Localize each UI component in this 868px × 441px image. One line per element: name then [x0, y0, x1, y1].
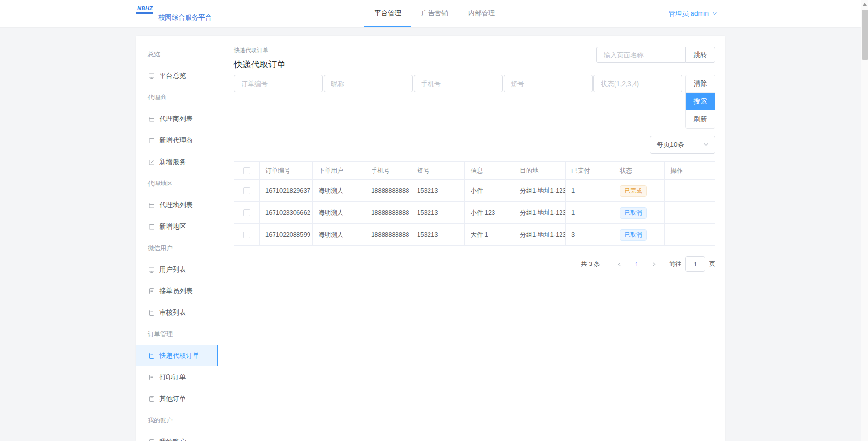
cell-info: 小件: [465, 180, 514, 202]
sidebar-item-agent-list[interactable]: 代理商列表: [136, 108, 218, 130]
sidebar-item-label: 代理地列表: [159, 201, 193, 209]
row-checkbox[interactable]: [243, 232, 250, 238]
user-dropdown[interactable]: 管理员 admin: [669, 0, 717, 27]
cell-paid: 1: [566, 202, 614, 224]
cell-paid: 3: [566, 224, 614, 246]
sidebar-item-add-region[interactable]: 新增地区: [136, 216, 218, 237]
next-page-icon[interactable]: [645, 262, 662, 267]
doc-icon: [148, 439, 155, 441]
tab-platform-management[interactable]: 平台管理: [364, 0, 411, 27]
sidebar-item-user-list[interactable]: 用户列表: [136, 259, 218, 280]
sidebar-item-label: 其他订单: [159, 395, 186, 403]
list-icon: [148, 116, 155, 122]
window-scrollbar[interactable]: [861, 0, 868, 441]
select-all-checkbox[interactable]: [243, 167, 250, 174]
sidebar-group-overview: 总览: [136, 44, 218, 65]
row-checkbox[interactable]: [243, 209, 250, 216]
cell-paid: 1: [566, 180, 614, 202]
cell-phone: 18888888888: [365, 224, 411, 246]
sidebar-item-print-orders[interactable]: 打印订单: [136, 366, 218, 388]
sidebar-group-order-management: 订单管理: [136, 323, 218, 345]
cell-destination: 分组1-地址1-123: [514, 202, 566, 224]
main-card: 总览 平台总览 代理商 代理商列表 新增代理商 新增服务 代理地区 代理地列表 …: [136, 36, 725, 441]
col-info: 信息: [465, 162, 514, 180]
scrollbar-thumb[interactable]: [862, 10, 868, 60]
col-destination: 目的地: [514, 162, 566, 180]
cell-destination: 分组1-地址1-123: [514, 180, 566, 202]
page-number-1[interactable]: 1: [628, 261, 645, 268]
sidebar-item-label: 接单员列表: [159, 287, 193, 296]
sidebar-group-agent-region: 代理地区: [136, 173, 218, 194]
top-nav-tabs: 平台管理 广告营销 内部管理: [364, 0, 505, 27]
filter-nickname-input[interactable]: [324, 75, 413, 92]
chevron-down-icon: [712, 11, 717, 16]
table-row: 1671023306662 海明溯人 18888888888 153213 小件…: [234, 202, 715, 224]
clear-button[interactable]: 清除: [686, 75, 715, 93]
sidebar-group-wechat-users: 微信用户: [136, 237, 218, 259]
filter-status-input[interactable]: [593, 75, 682, 92]
col-short-no: 短号: [411, 162, 465, 180]
table-row: 1671021829637 海明溯人 18888888888 153213 小件…: [234, 180, 715, 202]
cell-order-no: 1671021829637: [260, 180, 313, 202]
page-size-value: 每页10条: [657, 141, 684, 149]
sidebar-item-express-pickup-orders[interactable]: 快递代取订单: [136, 345, 218, 366]
doc-icon: [148, 374, 155, 381]
sidebar-item-region-list[interactable]: 代理地列表: [136, 194, 218, 216]
user-name: 管理员 admin: [669, 10, 709, 18]
col-paid: 已支付: [566, 162, 614, 180]
filter-phone-input[interactable]: [414, 75, 503, 92]
sidebar: 总览 平台总览 代理商 代理商列表 新增代理商 新增服务 代理地区 代理地列表 …: [136, 36, 218, 441]
cell-actions: [665, 224, 715, 246]
cell-user: 海明溯人: [313, 180, 365, 202]
filter-short-no-input[interactable]: [504, 75, 593, 92]
table-header-row: 订单编号 下单用户 手机号 短号 信息 目的地 已支付 状态 操作: [234, 162, 715, 180]
cell-phone: 18888888888: [365, 180, 411, 202]
status-badge: 已完成: [620, 185, 647, 197]
status-badge: 已取消: [620, 229, 647, 241]
sidebar-item-label: 打印订单: [159, 373, 186, 382]
filter-row: [234, 75, 715, 92]
goto-unit: 页: [709, 260, 715, 268]
cell-info: 大件 1: [465, 224, 514, 246]
sidebar-item-platform-overview[interactable]: 平台总览: [136, 65, 218, 87]
cell-order-no: 1671022088599: [260, 224, 313, 246]
sidebar-item-my-account[interactable]: 我的账户: [136, 431, 218, 441]
status-badge: 已取消: [620, 207, 647, 219]
scrollbar-up-arrow-icon[interactable]: [863, 3, 867, 6]
col-status: 状态: [614, 162, 665, 180]
dashboard-icon: [148, 73, 155, 79]
doc-icon: [148, 353, 155, 359]
sidebar-item-add-agent[interactable]: 新增代理商: [136, 130, 218, 151]
list-icon: [148, 202, 155, 209]
filter-button-stack: 清除 搜索 刷新: [685, 75, 715, 129]
prev-page-icon[interactable]: [611, 262, 628, 267]
tab-internal-management[interactable]: 内部管理: [458, 0, 505, 27]
sidebar-item-review-list[interactable]: 审核列表: [136, 302, 218, 323]
filter-order-no-input[interactable]: [234, 75, 323, 92]
app-logo: NBHZ: [137, 5, 153, 11]
col-user: 下单用户: [313, 162, 365, 180]
orders-table: 订单编号 下单用户 手机号 短号 信息 目的地 已支付 状态 操作 167102…: [234, 161, 715, 246]
row-checkbox[interactable]: [243, 187, 250, 194]
page-jump-button[interactable]: 跳转: [685, 47, 715, 63]
sidebar-item-add-service[interactable]: 新增服务: [136, 151, 218, 173]
sidebar-item-label: 新增服务: [159, 158, 186, 166]
cell-order-no: 1671023306662: [260, 202, 313, 224]
sidebar-item-label: 我的账户: [159, 438, 186, 441]
logo-underline: [136, 12, 153, 14]
sidebar-group-my-account: 我的账户: [136, 409, 218, 431]
sidebar-item-other-orders[interactable]: 其他订单: [136, 388, 218, 409]
sidebar-item-label: 快递代取订单: [159, 352, 199, 360]
app-header: NBHZ 校园综合服务平台 平台管理 广告营销 内部管理 管理员 admin: [0, 0, 861, 27]
content-area: 快递代取订单 快递代取订单 跳转 清除 搜索 刷新 每页10条: [218, 36, 725, 441]
goto-page-input[interactable]: [685, 256, 705, 272]
page-size-select[interactable]: 每页10条: [650, 136, 715, 154]
tab-ad-marketing[interactable]: 广告营销: [411, 0, 458, 27]
refresh-button[interactable]: 刷新: [686, 110, 715, 128]
search-button[interactable]: 搜索: [686, 93, 715, 110]
sidebar-item-courier-list[interactable]: 接单员列表: [136, 280, 218, 302]
page-jump-input[interactable]: [596, 47, 685, 63]
cell-short-no: 153213: [411, 180, 465, 202]
sidebar-item-label: 新增地区: [159, 222, 186, 231]
sidebar-group-agents: 代理商: [136, 87, 218, 108]
